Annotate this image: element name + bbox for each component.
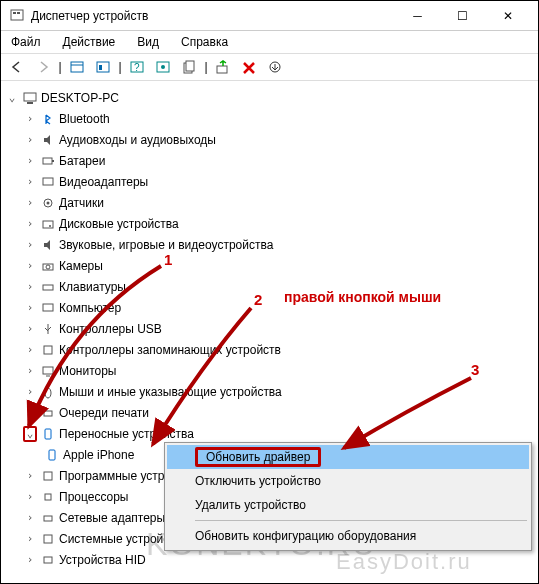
svg-point-31	[45, 388, 51, 398]
expand-icon[interactable]: ›	[23, 280, 37, 293]
item-label: Процессоры	[59, 490, 129, 504]
forward-button[interactable]	[31, 56, 55, 78]
hid-icon	[40, 552, 56, 568]
tb-icon-4[interactable]	[151, 56, 175, 78]
audio-icon	[40, 132, 56, 148]
tree-item[interactable]: ›Датчики	[5, 192, 534, 213]
svg-rect-32	[44, 411, 52, 416]
svg-rect-17	[43, 158, 52, 164]
menu-help[interactable]: Справка	[177, 33, 232, 51]
expand-icon[interactable]: ›	[23, 133, 37, 146]
tree-item[interactable]: ›Устройства HID	[5, 549, 534, 570]
tb-icon-2[interactable]	[91, 56, 115, 78]
tree-item[interactable]: ›Аудиовходы и аудиовыходы	[5, 129, 534, 150]
expand-icon[interactable]: ›	[23, 196, 37, 209]
menu-view[interactable]: Вид	[133, 33, 163, 51]
tree-item[interactable]: ›Мыши и иные указывающие устройства	[5, 381, 534, 402]
item-label: Мониторы	[59, 364, 116, 378]
expand-icon[interactable]: ›	[23, 322, 37, 335]
expand-icon[interactable]: ›	[23, 259, 37, 272]
expand-icon[interactable]: ›	[23, 175, 37, 188]
expand-icon[interactable]: ›	[23, 490, 37, 503]
item-label: Сетевые адаптеры	[59, 511, 165, 525]
expand-icon[interactable]: ›	[23, 217, 37, 230]
tree-item[interactable]: ›Bluetooth	[5, 108, 534, 129]
expand-icon[interactable]: ›	[23, 154, 37, 167]
svg-rect-28	[44, 346, 52, 354]
item-label: Батареи	[59, 154, 105, 168]
expand-icon[interactable]: ›	[23, 532, 37, 545]
item-label: Мыши и иные указывающие устройства	[59, 385, 282, 399]
window-controls: ─ ☐ ✕	[395, 2, 530, 30]
expand-icon[interactable]: ›	[23, 301, 37, 314]
ctx-label: Удалить устройство	[195, 498, 306, 512]
expand-icon[interactable]: ›	[23, 385, 37, 398]
svg-rect-36	[45, 494, 51, 500]
tb-icon-5[interactable]	[177, 56, 201, 78]
svg-rect-35	[44, 472, 52, 480]
tree-item-portable[interactable]: ⌄Переносные устройства	[5, 423, 534, 444]
tree-item[interactable]: ›Контроллеры запоминающих устройств	[5, 339, 534, 360]
help-icon[interactable]: ?	[125, 56, 149, 78]
storage-icon	[40, 342, 56, 358]
svg-rect-19	[43, 178, 53, 185]
svg-rect-22	[43, 221, 53, 228]
update-icon[interactable]	[263, 56, 287, 78]
mouse-icon	[40, 384, 56, 400]
expand-icon[interactable]: ›	[23, 553, 37, 566]
svg-rect-3	[71, 62, 83, 72]
tree-item[interactable]: ›Камеры	[5, 255, 534, 276]
svg-point-23	[49, 225, 51, 227]
bluetooth-icon	[40, 111, 56, 127]
expand-icon[interactable]: ›	[23, 511, 37, 524]
root-label: DESKTOP-PC	[41, 91, 119, 105]
scan-icon[interactable]	[211, 56, 235, 78]
app-icon	[9, 8, 25, 24]
expand-icon[interactable]: ›	[23, 112, 37, 125]
system-icon	[40, 531, 56, 547]
svg-rect-37	[44, 516, 52, 521]
tree-item[interactable]: ›Мониторы	[5, 360, 534, 381]
uninstall-icon[interactable]	[237, 56, 261, 78]
maximize-button[interactable]: ☐	[440, 2, 485, 30]
close-button[interactable]: ✕	[485, 2, 530, 30]
collapse-icon-highlighted[interactable]: ⌄	[23, 426, 37, 442]
tree-item[interactable]: ›Очереди печати	[5, 402, 534, 423]
svg-rect-2	[17, 12, 20, 14]
svg-rect-6	[99, 65, 102, 70]
expand-icon[interactable]: ›	[23, 406, 37, 419]
collapse-icon[interactable]: ⌄	[5, 91, 19, 104]
portable-icon	[40, 426, 56, 442]
tree-item[interactable]: ›Компьютер	[5, 297, 534, 318]
ctx-update-driver[interactable]: Обновить драйвер	[167, 445, 529, 469]
tree-item[interactable]: ›Клавиатуры	[5, 276, 534, 297]
svg-point-25	[46, 265, 50, 269]
tree-item[interactable]: ›Контроллеры USB	[5, 318, 534, 339]
tree-item[interactable]: ›Видеоадаптеры	[5, 171, 534, 192]
item-label: Датчики	[59, 196, 104, 210]
context-menu: Обновить драйвер Отключить устройство Уд…	[164, 442, 532, 551]
menu-file[interactable]: Файл	[7, 33, 45, 51]
ctx-scan[interactable]: Обновить конфигурацию оборудования	[167, 524, 529, 548]
tb-icon-1[interactable]	[65, 56, 89, 78]
tree-item[interactable]: ›Батареи	[5, 150, 534, 171]
expand-icon[interactable]: ›	[23, 343, 37, 356]
expand-icon[interactable]: ›	[23, 238, 37, 251]
computer-icon	[22, 90, 38, 106]
menu-action[interactable]: Действие	[59, 33, 120, 51]
tree-item[interactable]: ›Дисковые устройства	[5, 213, 534, 234]
ctx-disable[interactable]: Отключить устройство	[167, 469, 529, 493]
usb-icon	[40, 321, 56, 337]
expand-icon[interactable]: ›	[23, 364, 37, 377]
tree-item[interactable]: ›Звуковые, игровые и видеоустройства	[5, 234, 534, 255]
ctx-uninstall[interactable]: Удалить устройство	[167, 493, 529, 517]
expand-icon[interactable]: ›	[23, 469, 37, 482]
ctx-label: Отключить устройство	[195, 474, 321, 488]
item-label: Камеры	[59, 259, 103, 273]
svg-rect-26	[43, 285, 53, 290]
svg-rect-39	[44, 557, 52, 563]
back-button[interactable]	[5, 56, 29, 78]
minimize-button[interactable]: ─	[395, 2, 440, 30]
tree-root[interactable]: ⌄ DESKTOP-PC	[5, 87, 534, 108]
svg-rect-12	[186, 61, 194, 71]
